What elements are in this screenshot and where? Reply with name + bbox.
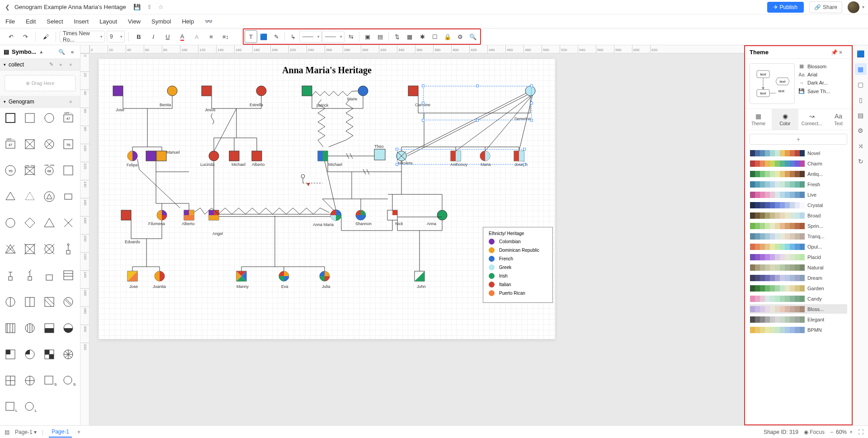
symbol-square-x[interactable] bbox=[22, 137, 38, 152]
data-tool-icon[interactable]: ▤ bbox=[855, 109, 867, 121]
symbol-diamond[interactable] bbox=[22, 215, 38, 231]
plus-icon[interactable]: + bbox=[59, 62, 66, 67]
tab-text[interactable]: AaText bbox=[825, 109, 852, 130]
bring-front-button[interactable]: ▣ bbox=[361, 30, 374, 43]
symbol-70-circle[interactable]: 70 bbox=[3, 163, 18, 178]
fullscreen-button[interactable]: ⛶ bbox=[858, 429, 863, 435]
avatar-caret-icon[interactable]: ▾ bbox=[862, 5, 864, 9]
genogram-section-header[interactable]: ▾ Genogram × bbox=[0, 96, 80, 108]
canvas[interactable]: 0204060801001201401601802002202402602803… bbox=[80, 45, 744, 425]
collect-section-header[interactable]: ▾ collect ✎ + × bbox=[0, 59, 80, 71]
undo-button[interactable]: ↶ bbox=[5, 30, 17, 43]
text-color-button[interactable]: A bbox=[176, 30, 189, 43]
color-theme-row[interactable]: BPMN bbox=[750, 325, 847, 334]
symbol-diag-circ[interactable] bbox=[61, 294, 76, 310]
theme-opt-arial[interactable]: AaArial bbox=[798, 72, 847, 77]
lock-button[interactable]: 🔒 bbox=[441, 30, 454, 43]
symbol-date-box2[interactable]: 471970 — bbox=[3, 137, 18, 152]
page-tab[interactable]: Page-1 bbox=[49, 427, 72, 438]
search-icon[interactable]: 🔍 bbox=[57, 49, 66, 55]
history-tool-icon[interactable]: ↻ bbox=[855, 155, 867, 167]
connector-type-button[interactable]: ↳ bbox=[287, 30, 299, 43]
color-theme-row[interactable]: Bloss... bbox=[750, 304, 847, 314]
export-icon[interactable]: ⇧ bbox=[147, 4, 152, 10]
add-color-theme-button[interactable]: + bbox=[750, 134, 847, 145]
symbol-corner-sq[interactable] bbox=[3, 347, 18, 362]
send-back-button[interactable]: ▤ bbox=[374, 30, 387, 43]
star-icon[interactable]: ☆ bbox=[158, 4, 164, 10]
line-spacing-button[interactable]: ≡↕ bbox=[219, 30, 232, 43]
symbol-triangle[interactable] bbox=[42, 215, 57, 231]
avatar[interactable] bbox=[848, 1, 859, 13]
symbol-tri-x[interactable] bbox=[3, 241, 18, 257]
symbol-70-box[interactable]: 70 bbox=[61, 137, 76, 152]
symbol-tri-down2[interactable] bbox=[22, 189, 38, 204]
menu-file[interactable]: File bbox=[5, 18, 15, 25]
chevron-up-icon[interactable]: ▲ bbox=[39, 49, 43, 54]
color-theme-row[interactable]: Placid bbox=[750, 252, 847, 262]
theme-tool-icon[interactable]: ▦ bbox=[855, 63, 867, 75]
color-theme-row[interactable]: Charm bbox=[750, 159, 847, 168]
symbol-circle-x[interactable] bbox=[42, 137, 57, 152]
color-theme-row[interactable]: Opul... bbox=[750, 242, 847, 251]
color-theme-row[interactable]: Garden bbox=[750, 283, 847, 293]
color-theme-row[interactable]: Fresh bbox=[750, 179, 847, 189]
symbol-empty-sq[interactable] bbox=[61, 163, 76, 178]
symbol-hatch-sq[interactable] bbox=[61, 268, 76, 283]
pages-list-icon[interactable]: ▤ bbox=[5, 429, 9, 435]
color-theme-row[interactable]: Crystal bbox=[750, 200, 847, 210]
underline-button[interactable]: U bbox=[161, 30, 174, 43]
color-theme-row[interactable]: Live bbox=[750, 190, 847, 199]
distribute-button[interactable]: ✱ bbox=[416, 30, 429, 43]
line-weight-select[interactable]: ▾ bbox=[322, 31, 344, 42]
color-theme-row[interactable]: Sprin... bbox=[750, 221, 847, 231]
menu-edit[interactable]: Edit bbox=[26, 18, 36, 25]
symbol-hatch-circ2[interactable] bbox=[22, 320, 38, 336]
align-button[interactable]: ≡ bbox=[205, 30, 217, 43]
theme-opt-blossom[interactable]: ▦Blossom bbox=[798, 63, 847, 69]
symbol-circ-s[interactable]: S bbox=[61, 373, 76, 388]
italic-button[interactable]: I bbox=[147, 30, 160, 43]
theme-opt-dark[interactable]: →Dark Ar... bbox=[798, 80, 847, 85]
align-shapes-button[interactable]: ⇅ bbox=[391, 30, 403, 43]
color-theme-row[interactable]: Broad bbox=[750, 211, 847, 220]
symbol-68-circle[interactable]: 681936—2006 bbox=[42, 163, 57, 178]
tools-button[interactable]: ⚙ bbox=[454, 30, 467, 43]
glasses-icon[interactable]: 👓 bbox=[205, 18, 212, 25]
zoom-out-button[interactable]: − bbox=[830, 429, 833, 435]
menu-insert[interactable]: Insert bbox=[74, 18, 89, 25]
symbol-square[interactable] bbox=[3, 110, 18, 126]
symbol-half-fill-circ[interactable] bbox=[61, 320, 76, 336]
bold-button[interactable]: B bbox=[132, 30, 145, 43]
symbol-hatch-sq2[interactable] bbox=[3, 320, 18, 336]
back-icon[interactable]: ❮ bbox=[4, 4, 11, 10]
symbol-spoke-circ[interactable] bbox=[61, 347, 76, 362]
symbol-circle-plain[interactable] bbox=[3, 215, 18, 231]
symbol-grid-sq[interactable] bbox=[42, 347, 57, 362]
group-button[interactable]: ▦ bbox=[403, 30, 416, 43]
zoom-in-button[interactable]: + bbox=[849, 429, 853, 435]
menu-select[interactable]: Select bbox=[47, 18, 63, 25]
text-size-button[interactable]: A bbox=[190, 30, 203, 43]
save-icon[interactable]: 💾 bbox=[133, 4, 141, 10]
shuffle-tool-icon[interactable]: ⤮ bbox=[855, 140, 867, 152]
font-select[interactable]: Times New Ro...▾ bbox=[60, 31, 105, 42]
symbol-square-thin[interactable] bbox=[22, 110, 38, 126]
focus-button[interactable]: ◉ Focus bbox=[804, 429, 825, 435]
symbol-tree1[interactable] bbox=[61, 241, 76, 257]
symbol-half-fill-sq[interactable] bbox=[42, 320, 57, 336]
fill-color-button[interactable]: 🟦 bbox=[257, 30, 270, 43]
symbol-rect3[interactable] bbox=[42, 268, 57, 283]
close-icon[interactable]: × bbox=[69, 62, 76, 67]
fill-tool-icon[interactable]: 🟦 bbox=[855, 48, 867, 60]
symbol-deceased-sq[interactable]: 1936—2006 bbox=[22, 163, 38, 178]
drag-here-zone[interactable]: ⊕ Drag Here bbox=[5, 75, 75, 91]
search-button[interactable]: 🔍 bbox=[467, 30, 479, 43]
font-size-select[interactable]: 9▾ bbox=[107, 31, 125, 42]
menu-help[interactable]: Help bbox=[182, 18, 194, 25]
symbol-circ-x2[interactable] bbox=[42, 241, 57, 257]
color-theme-row[interactable]: Candy bbox=[750, 294, 847, 303]
symbol-sq-x2[interactable] bbox=[22, 241, 38, 257]
symbol-tri-circle[interactable] bbox=[42, 189, 57, 204]
tab-theme[interactable]: ▦Theme bbox=[745, 109, 772, 130]
